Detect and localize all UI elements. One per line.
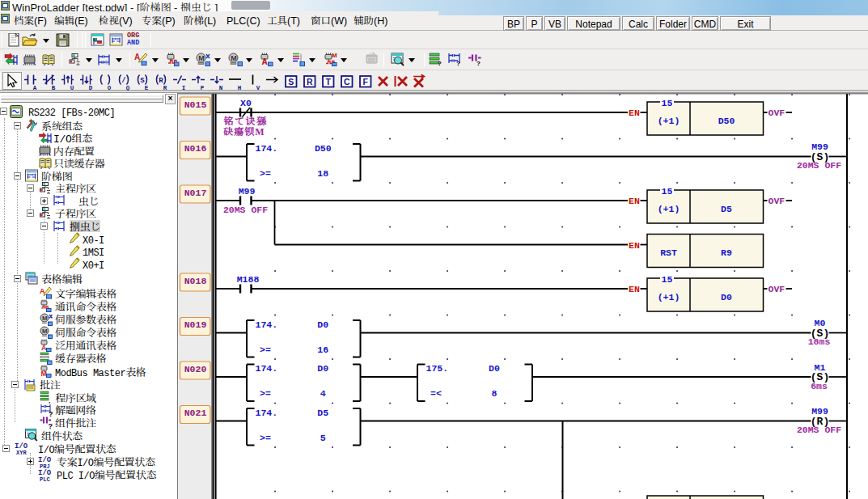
svg-text:18ms: 18ms [808,336,831,347]
svg-text:H: H [238,85,242,91]
svg-text:P: P [201,85,205,91]
svg-text:N017: N017 [184,188,207,198]
svg-text:M: M [231,54,237,62]
svg-text:?: ? [438,60,442,66]
svg-text:EN: EN [629,196,640,206]
svg-text:>=: >= [260,168,271,179]
svg-text:15: 15 [662,274,673,285]
svg-text:20MS OFF: 20MS OFF [223,205,268,215]
svg-text:RST: RST [660,247,677,258]
svg-text:A: A [41,344,47,352]
svg-text:M: M [332,53,337,59]
svg-text:I: I [182,85,186,91]
svg-text:174.: 174. [256,319,278,330]
svg-text:D0: D0 [489,363,500,374]
svg-text:/: / [121,77,125,85]
svg-text:D50: D50 [315,143,332,154]
svg-text:OVF: OVF [768,108,785,118]
svg-text:X0: X0 [240,98,252,108]
svg-text:N015: N015 [184,99,207,110]
svg-text:M0: M0 [815,318,826,328]
svg-text:F: F [363,77,369,87]
svg-text:D0: D0 [317,363,328,374]
svg-text:20MS OFF: 20MS OFF [797,160,841,171]
svg-text:D0: D0 [317,319,328,330]
svg-text:N020: N020 [184,364,207,374]
svg-text:(+1): (+1) [658,204,680,214]
svg-text:M1: M1 [815,362,826,373]
svg-text:D5: D5 [317,408,328,418]
svg-text:M99: M99 [239,186,256,197]
svg-text:A: A [33,85,37,91]
svg-text:V: V [256,85,260,91]
svg-text:>=: >= [260,345,271,355]
svg-text:174.: 174. [256,363,278,374]
svg-text:=<: =< [430,388,442,399]
svg-text:18: 18 [317,168,328,179]
svg-text:20MS OFF: 20MS OFF [797,425,841,435]
svg-text:15: 15 [662,98,673,108]
svg-text:砄瘍钡M: 砄瘍钡M [223,124,265,137]
svg-text:N: N [219,85,223,91]
svg-text:6ms: 6ms [811,381,828,391]
svg-text:M: M [198,54,205,62]
svg-text:S: S [140,77,145,85]
svg-text:XYR: XYR [16,450,27,455]
svg-text:M99: M99 [811,406,828,417]
svg-text:174.: 174. [256,408,278,418]
svg-text:U: U [70,85,74,91]
svg-text:>=: >= [260,388,271,399]
svg-text:D: D [89,85,93,91]
svg-text:M188: M188 [237,274,260,285]
svg-text:OVF: OVF [768,284,785,294]
svg-text:16: 16 [317,345,328,355]
svg-text:R9: R9 [721,247,732,258]
svg-text:N018: N018 [184,276,207,286]
svg-text:N019: N019 [184,319,207,330]
svg-text:R: R [163,85,167,91]
svg-text:N016: N016 [184,143,207,154]
svg-text:(+1): (+1) [658,292,680,302]
svg-text:E: E [145,85,149,91]
svg-text:Q: Q [126,85,130,91]
svg-text:C: C [344,77,350,87]
svg-text:15: 15 [662,186,673,197]
svg-text:A: A [262,57,268,66]
svg-text:4: 4 [320,388,326,399]
svg-text:D5: D5 [721,204,732,214]
svg-text:O: O [108,85,112,91]
svg-text:R: R [159,77,163,85]
svg-text:M: M [42,315,48,322]
svg-text:M99: M99 [811,142,828,152]
svg-text:8: 8 [492,388,498,399]
svg-text:175.: 175. [426,363,449,374]
svg-text:D0: D0 [721,292,732,302]
svg-text:?: ? [456,60,460,66]
svg-text:EN: EN [629,284,640,294]
svg-text:>=: >= [260,433,271,443]
svg-text:EN: EN [629,108,640,118]
svg-text:T: T [326,77,332,87]
svg-text:B: B [52,85,56,91]
svg-text:S: S [288,77,294,87]
svg-text:PLC: PLC [40,476,50,481]
svg-text:OVF: OVF [768,196,785,206]
svg-text:EN: EN [629,240,640,251]
svg-text:174.: 174. [256,143,278,154]
svg-text:5: 5 [320,433,326,443]
svg-text:N021: N021 [184,408,207,418]
svg-text:M: M [42,328,48,335]
svg-text:R: R [307,77,313,87]
svg-text:(+1): (+1) [658,116,680,126]
svg-text:D50: D50 [718,116,735,126]
svg-text:?: ? [476,60,481,66]
